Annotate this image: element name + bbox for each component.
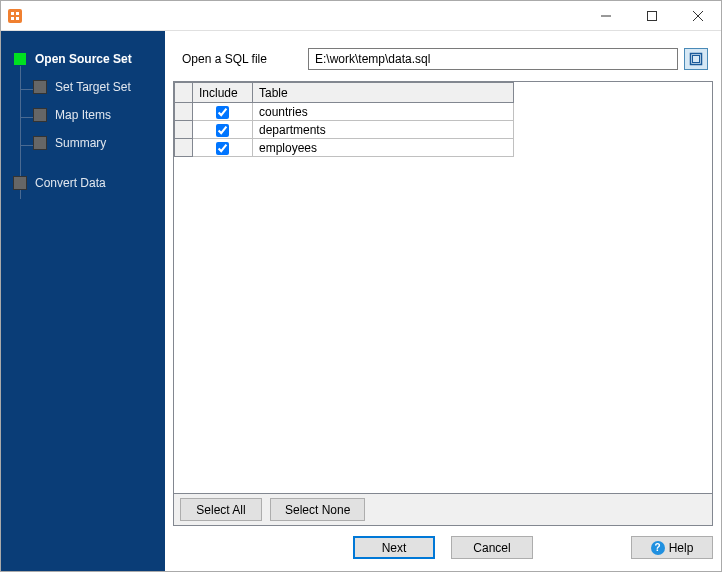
app-icon [7, 8, 23, 24]
step-summary[interactable]: Summary [1, 129, 165, 157]
column-header-table[interactable]: Table [253, 83, 514, 103]
step-convert-data[interactable]: Convert Data [1, 169, 165, 197]
step-label: Convert Data [35, 176, 106, 190]
step-marker-icon [13, 176, 27, 190]
step-label: Set Target Set [55, 80, 131, 94]
row-header[interactable] [175, 121, 193, 139]
svg-rect-6 [648, 11, 657, 20]
table-row: departments [175, 121, 514, 139]
step-marker-icon [13, 52, 27, 66]
include-checkbox[interactable] [216, 106, 229, 119]
svg-rect-0 [8, 9, 22, 23]
table-row: employees [175, 139, 514, 157]
step-set-target-set[interactable]: Set Target Set [1, 73, 165, 101]
wizard-footer: Next Cancel ? Help [173, 526, 713, 563]
help-icon: ? [651, 541, 665, 555]
svg-rect-3 [11, 17, 14, 20]
next-button[interactable]: Next [353, 536, 435, 559]
open-file-icon [689, 52, 703, 66]
step-marker-icon [33, 80, 47, 94]
maximize-button[interactable] [629, 1, 675, 31]
sql-file-input[interactable] [308, 48, 678, 70]
step-marker-icon [33, 108, 47, 122]
help-label: Help [669, 541, 694, 555]
file-picker-row: Open a SQL file [173, 39, 713, 81]
main-panel: Open a SQL file Include Table [165, 31, 721, 571]
wizard-steps-sidebar: Open Source Set Set Target Set Map Items… [1, 31, 165, 571]
table-row: countries [175, 103, 514, 121]
include-cell [193, 103, 253, 121]
include-checkbox[interactable] [216, 142, 229, 155]
svg-rect-2 [16, 12, 19, 15]
step-label: Map Items [55, 108, 111, 122]
close-button[interactable] [675, 1, 721, 31]
include-cell [193, 139, 253, 157]
include-checkbox[interactable] [216, 124, 229, 137]
titlebar [1, 1, 721, 31]
select-all-button[interactable]: Select All [180, 498, 262, 521]
svg-rect-10 [693, 56, 700, 63]
tables-grid: Include Table countriesdepartmentsemploy… [173, 81, 713, 494]
help-button[interactable]: ? Help [631, 536, 713, 559]
wizard-window: Open Source Set Set Target Set Map Items… [0, 0, 722, 572]
selection-buttons-row: Select All Select None [173, 494, 713, 526]
table-name-cell[interactable]: countries [253, 103, 514, 121]
include-cell [193, 121, 253, 139]
column-header-include[interactable]: Include [193, 83, 253, 103]
step-open-source-set[interactable]: Open Source Set [1, 45, 165, 73]
file-picker-label: Open a SQL file [182, 52, 302, 66]
step-label: Summary [55, 136, 106, 150]
row-header[interactable] [175, 103, 193, 121]
table-name-cell[interactable]: departments [253, 121, 514, 139]
row-header[interactable] [175, 139, 193, 157]
step-marker-icon [33, 136, 47, 150]
svg-rect-1 [11, 12, 14, 15]
grid-corner [175, 83, 193, 103]
minimize-button[interactable] [583, 1, 629, 31]
browse-button[interactable] [684, 48, 708, 70]
step-label: Open Source Set [35, 52, 132, 66]
svg-rect-4 [16, 17, 19, 20]
cancel-button[interactable]: Cancel [451, 536, 533, 559]
select-none-button[interactable]: Select None [270, 498, 365, 521]
step-map-items[interactable]: Map Items [1, 101, 165, 129]
table-name-cell[interactable]: employees [253, 139, 514, 157]
